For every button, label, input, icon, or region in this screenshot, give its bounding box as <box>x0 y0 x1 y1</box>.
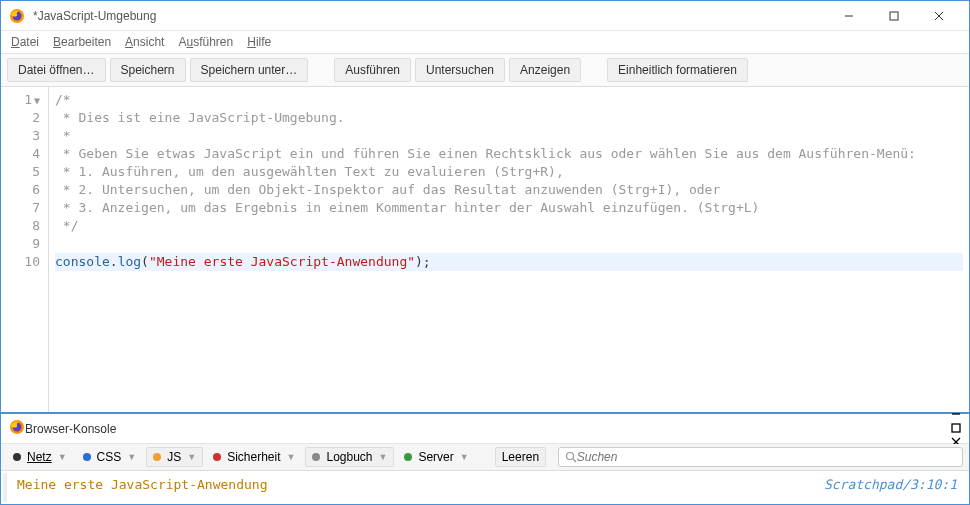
filter-css[interactable]: CSS▼ <box>77 448 143 466</box>
search-icon <box>565 451 577 463</box>
svg-line-13 <box>573 459 576 462</box>
menu-edit[interactable]: Bearbeiten <box>53 35 111 49</box>
minimize-button[interactable] <box>826 2 871 30</box>
code-line: * Geben Sie etwas JavaScript ein und füh… <box>55 145 963 163</box>
code-line: * Dies ist eine JavaScript-Umgebung. <box>55 109 963 127</box>
close-button[interactable] <box>916 2 961 30</box>
maximize-button[interactable] <box>871 2 916 30</box>
console-output: Meine erste JavaScript-Anwendung Scratch… <box>3 473 967 502</box>
console-search[interactable] <box>558 447 963 467</box>
search-input[interactable] <box>577 450 956 464</box>
console-titlebar: Browser-Konsole <box>1 414 969 444</box>
firefox-icon <box>9 8 25 24</box>
saveas-button[interactable]: Speichern unter… <box>190 58 309 82</box>
log-source[interactable]: Scratchpad/3:10:1 <box>824 477 957 492</box>
log-message: Meine erste JavaScript-Anwendung <box>17 477 824 492</box>
menubar: Datei Bearbeiten Ansicht Ausführen Hilfe <box>1 31 969 53</box>
open-button[interactable]: Datei öffnen… <box>7 58 106 82</box>
run-button[interactable]: Ausführen <box>334 58 411 82</box>
toolbar: Datei öffnen… Speichern Speichern unter…… <box>1 53 969 87</box>
console-window: Browser-Konsole Netz▼ CSS▼ JS▼ Sicherhei… <box>1 412 969 504</box>
main-titlebar: *JavaScript-Umgebung <box>1 1 969 31</box>
pretty-button[interactable]: Einheitlich formatieren <box>607 58 748 82</box>
menu-view[interactable]: Ansicht <box>125 35 164 49</box>
svg-rect-3 <box>890 12 898 20</box>
console-toolbar: Netz▼ CSS▼ JS▼ Sicherheit▼ Logbuch▼ Serv… <box>1 444 969 471</box>
code-line-active: console.log("Meine erste JavaScript-Anwe… <box>55 253 963 271</box>
gutter: 1▼ 2345 678910 <box>1 87 49 412</box>
svg-point-12 <box>567 453 574 460</box>
filter-js[interactable]: JS▼ <box>146 447 203 467</box>
filter-security[interactable]: Sicherheit▼ <box>207 448 301 466</box>
display-button[interactable]: Anzeigen <box>509 58 581 82</box>
code-line: * 2. Untersuchen, um den Objekt-Inspekto… <box>55 181 963 199</box>
menu-file[interactable]: Datei <box>11 35 39 49</box>
window-title: *JavaScript-Umgebung <box>33 9 826 23</box>
save-button[interactable]: Speichern <box>110 58 186 82</box>
svg-rect-9 <box>952 424 960 432</box>
code-line: */ <box>55 217 963 235</box>
clear-button[interactable]: Leeren <box>495 447 546 467</box>
filter-server[interactable]: Server▼ <box>398 448 474 466</box>
code-line: * 1. Ausführen, um den ausgewählten Text… <box>55 163 963 181</box>
menu-help[interactable]: Hilfe <box>247 35 271 49</box>
menu-run[interactable]: Ausführen <box>178 35 233 49</box>
code-line: /* <box>55 91 963 109</box>
code-editor[interactable]: 1▼ 2345 678910 /* * Dies ist eine JavaSc… <box>1 87 969 412</box>
filter-log[interactable]: Logbuch▼ <box>305 447 394 467</box>
console-maximize-button[interactable] <box>951 422 961 436</box>
code-line: * 3. Anzeigen, um das Ergebnis in einem … <box>55 199 963 217</box>
code-line: * <box>55 127 963 145</box>
firefox-icon <box>9 419 25 438</box>
code-line <box>55 235 963 253</box>
filter-net[interactable]: Netz▼ <box>7 448 73 466</box>
console-title: Browser-Konsole <box>25 422 951 436</box>
inspect-button[interactable]: Untersuchen <box>415 58 505 82</box>
code-area[interactable]: /* * Dies ist eine JavaScript-Umgebung. … <box>49 87 969 412</box>
